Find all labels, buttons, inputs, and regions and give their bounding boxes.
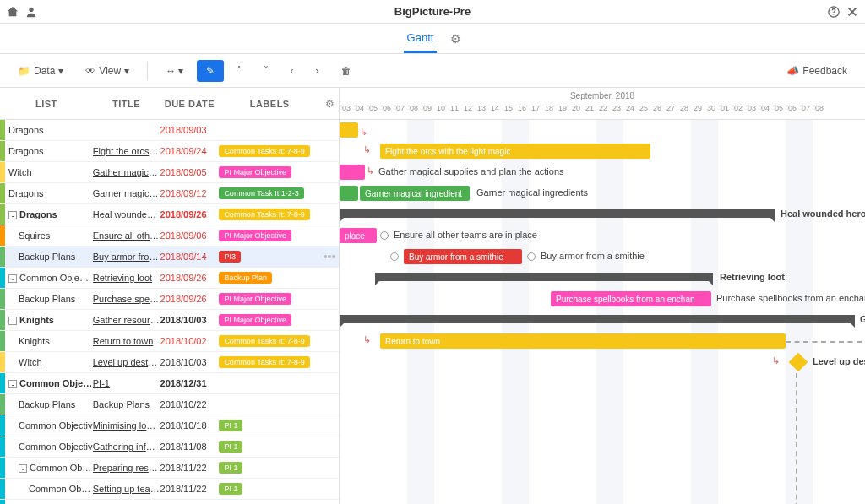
- task-row[interactable]: Backup PlansPurchase spellboo2018/09/26P…: [0, 289, 339, 310]
- task-row[interactable]: KnightsReturn to town2018/10/02Common Ta…: [0, 331, 339, 352]
- label-pill[interactable]: PI Major Objective: [219, 230, 291, 241]
- task-row[interactable]: -Common ObjectivPreparing resource2018/1…: [0, 458, 339, 479]
- summary-bar[interactable]: [375, 273, 713, 281]
- row-title[interactable]: Retrieving loot: [93, 273, 160, 283]
- task-row[interactable]: -KnightsGather resources f2018/10/03PI M…: [0, 310, 339, 331]
- label-pill[interactable]: PI 1: [219, 420, 242, 431]
- gantt-bar[interactable]: Purchase spellbooks from an enchan: [551, 291, 711, 306]
- summary-bar[interactable]: [340, 209, 775, 218]
- row-list: Common Objectiv: [5, 442, 93, 452]
- label-pill[interactable]: Backup Plan: [219, 272, 272, 284]
- row-title[interactable]: Garner magical ing: [93, 188, 160, 198]
- row-title[interactable]: Fight the orcs with: [93, 146, 160, 156]
- label-pill[interactable]: Common Task It:1-2-3: [219, 187, 303, 199]
- expand-icon[interactable]: -: [8, 274, 17, 283]
- expand-icon[interactable]: -: [8, 380, 17, 388]
- row-due: 2018/10/03: [160, 357, 220, 367]
- label-pill[interactable]: PI Major Objective: [219, 166, 291, 178]
- task-row[interactable]: WitchLevel up destructio2018/10/03Common…: [0, 352, 339, 373]
- home-icon[interactable]: [7, 6, 19, 18]
- task-circle-icon[interactable]: [527, 252, 536, 261]
- col-due[interactable]: DUE DATE: [160, 99, 220, 109]
- label-pill[interactable]: PI 1: [219, 483, 242, 495]
- row-title[interactable]: Backup Plans: [93, 399, 160, 409]
- task-row[interactable]: Common ObjectivAssembling a party2018/12…: [0, 500, 339, 504]
- task-row[interactable]: Backup PlansBuy armor from a s2018/09/14…: [0, 247, 339, 268]
- expand-icon[interactable]: -: [8, 317, 17, 325]
- gantt-bar[interactable]: place: [340, 228, 377, 243]
- row-title[interactable]: Preparing resource: [93, 463, 160, 473]
- gantt-bar[interactable]: Buy armor from a smithie: [404, 249, 522, 264]
- row-list: Common Objectiv: [5, 420, 93, 431]
- row-title[interactable]: Gathering informati: [93, 442, 160, 452]
- label-pill[interactable]: PI3: [219, 251, 241, 263]
- prev-button[interactable]: ‹: [281, 60, 303, 82]
- row-title[interactable]: Buy armor from a s: [93, 252, 160, 262]
- tab-gantt[interactable]: Gantt: [404, 24, 438, 53]
- task-row[interactable]: -DragonsHeal wounded hero2018/09/26Commo…: [0, 204, 339, 225]
- row-title[interactable]: Gather resources f: [93, 315, 160, 325]
- gantt-bar[interactable]: Fight the orcs with the light magic: [380, 144, 650, 159]
- edit-button[interactable]: ✎: [197, 60, 224, 82]
- down-button[interactable]: ˅: [254, 60, 278, 82]
- col-labels[interactable]: LABELS: [219, 99, 320, 109]
- milestone-icon[interactable]: [789, 353, 808, 372]
- gantt-bar[interactable]: Garner magical ingredient: [360, 186, 470, 201]
- task-circle-icon[interactable]: [380, 231, 389, 240]
- task-circle-icon[interactable]: [390, 252, 399, 261]
- col-title[interactable]: TITLE: [93, 99, 160, 109]
- task-row[interactable]: DragonsFight the orcs with2018/09/24Comm…: [0, 141, 339, 162]
- bar-label: Gather resour: [860, 314, 865, 324]
- task-row[interactable]: -Common ObjectivePI-12018/12/31: [0, 373, 339, 394]
- task-row[interactable]: WitchGather magical sup2018/09/05PI Majo…: [0, 162, 339, 183]
- task-row[interactable]: SquiresEnsure all other te2018/09/06PI M…: [0, 225, 339, 247]
- expand-icon[interactable]: -: [8, 211, 17, 219]
- delete-button[interactable]: 🗑: [332, 60, 361, 82]
- task-row[interactable]: Dragons2018/09/03: [0, 120, 339, 141]
- gantt-bar[interactable]: [340, 186, 358, 201]
- task-row[interactable]: DragonsGarner magical ing2018/09/12Commo…: [0, 183, 339, 204]
- next-button[interactable]: ›: [307, 60, 329, 82]
- day-cell: 20: [569, 104, 583, 119]
- feedback-button[interactable]: 📣 Feedback: [777, 60, 857, 82]
- row-title[interactable]: Return to town: [93, 336, 160, 346]
- gantt-bar[interactable]: [340, 122, 358, 138]
- label-pill[interactable]: PI Major Objective: [219, 293, 291, 305]
- summary-bar[interactable]: [340, 315, 855, 323]
- gantt-pane[interactable]: September, 2018 030405060708091011121314…: [340, 88, 865, 504]
- label-pill[interactable]: PI 1: [219, 462, 242, 474]
- task-row[interactable]: Backup PlansBackup Plans2018/10/22: [0, 394, 339, 415]
- task-row[interactable]: Common ObjectivMinimising losses2018/10/…: [0, 415, 339, 436]
- label-pill[interactable]: PI 1: [219, 441, 242, 453]
- help-icon[interactable]: [828, 6, 840, 18]
- up-button[interactable]: ˄: [227, 60, 251, 82]
- view-dropdown[interactable]: 👁 View ▾: [76, 60, 139, 82]
- row-title[interactable]: Minimising losses: [93, 420, 160, 431]
- row-title[interactable]: Level up destructio: [93, 357, 160, 367]
- gantt-bar[interactable]: [340, 165, 365, 180]
- row-title[interactable]: Heal wounded hero: [93, 209, 160, 219]
- row-title[interactable]: Ensure all other te: [93, 230, 160, 241]
- expand-icon[interactable]: -: [19, 464, 27, 473]
- task-row[interactable]: Common ObjectivGathering informati2018/1…: [0, 436, 339, 458]
- columns-settings-icon[interactable]: ⚙: [320, 98, 339, 110]
- label-pill[interactable]: Common Tasks It: 7-8-9: [219, 145, 309, 157]
- label-pill[interactable]: Common Tasks It: 7-8-9: [219, 356, 309, 368]
- user-icon[interactable]: [25, 6, 37, 18]
- task-row[interactable]: -Common ObjectivRetrieving loot2018/09/2…: [0, 268, 339, 289]
- row-title[interactable]: Purchase spellboo: [93, 294, 160, 304]
- row-title[interactable]: PI-1: [93, 378, 160, 388]
- label-pill[interactable]: Common Tasks It: 7-8-9: [219, 209, 309, 220]
- gantt-bar[interactable]: Return to town: [380, 333, 786, 349]
- row-title[interactable]: Setting up teams: [93, 484, 160, 494]
- label-pill[interactable]: PI Major Objective: [219, 314, 291, 326]
- row-title[interactable]: Gather magical sup: [93, 167, 160, 177]
- close-icon[interactable]: [846, 6, 858, 18]
- label-pill[interactable]: Common Tasks It: 7-8-9: [219, 335, 309, 347]
- task-row[interactable]: Common ObjecSetting up teams2018/11/22PI…: [0, 479, 339, 500]
- more-icon[interactable]: •••: [320, 250, 339, 263]
- settings-icon[interactable]: ⚙: [450, 32, 461, 46]
- col-list[interactable]: LIST: [0, 99, 93, 109]
- data-dropdown[interactable]: 📁 Data ▾: [8, 60, 73, 82]
- fit-button[interactable]: ↔ ▾: [156, 60, 193, 82]
